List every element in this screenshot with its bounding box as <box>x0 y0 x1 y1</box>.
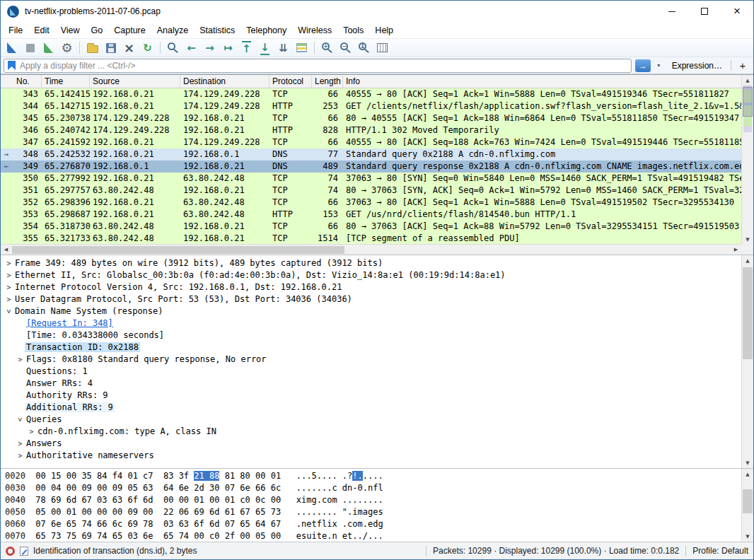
hex-row[interactable]: 0030 00 04 00 09 00 09 05 63 64 6e 2d 30… <box>5 482 753 494</box>
maximize-button[interactable] <box>688 1 721 22</box>
colorize-icon[interactable] <box>293 40 311 56</box>
title-bar[interactable]: tv-netflix-problems-2011-07-06.pcap × <box>1 1 753 22</box>
reload-icon[interactable]: ↻ <box>139 40 156 56</box>
scroll-left-icon[interactable]: ◀ <box>1 245 11 255</box>
apply-filter-button[interactable]: → <box>635 59 651 72</box>
column-header-length[interactable]: Length <box>312 75 343 88</box>
display-filter-input[interactable] <box>20 61 627 71</box>
resize-columns-icon[interactable] <box>373 40 391 56</box>
packet-row-355[interactable]: 35565.32173363.80.242.48192.168.0.21TCP1… <box>1 233 753 245</box>
packet-row-351[interactable]: 35165.29775763.80.242.48192.168.0.21TCP7… <box>1 185 753 197</box>
start-capture-icon[interactable] <box>3 40 21 56</box>
detail-line[interactable]: >Flags: 0x8180 Standard query response, … <box>1 354 753 366</box>
hex-row[interactable]: 0020 00 15 00 35 84 f4 01 c7 83 3f 21 88… <box>5 470 753 482</box>
packet-row-343[interactable]: 34365.142415192.168.0.21174.129.249.228T… <box>1 88 753 100</box>
detail-line[interactable]: >Answers <box>1 438 753 450</box>
menu-wireless[interactable]: Wireless <box>292 23 337 37</box>
column-header-source[interactable]: Source <box>90 75 180 88</box>
detail-line[interactable]: Transaction ID: 0x2188 <box>1 342 753 354</box>
expander-icon[interactable]: > <box>4 281 13 293</box>
status-profile[interactable]: Profile: Default <box>692 546 748 556</box>
zoom-original-icon[interactable]: 1 <box>355 40 373 56</box>
menu-file[interactable]: File <box>3 23 28 37</box>
scroll-track[interactable] <box>742 86 753 234</box>
packet-row-350[interactable]: 35065.277992192.168.0.2163.80.242.48TCP7… <box>1 173 753 185</box>
minimize-button[interactable] <box>656 1 688 22</box>
stop-capture-icon[interactable] <box>21 40 39 56</box>
scroll-track[interactable] <box>742 479 753 531</box>
expander-icon[interactable]: > <box>14 415 26 424</box>
details-vscrollbar[interactable]: ▲ ▼ <box>741 255 753 468</box>
detail-line[interactable]: Authority RRs: 9 <box>1 390 753 402</box>
column-header-protocol[interactable]: Protocol <box>269 75 312 88</box>
detail-line[interactable]: Answer RRs: 4 <box>1 378 753 390</box>
go-last-icon[interactable]: ↓ <box>256 40 274 56</box>
packet-row-349[interactable]: ←34965.276870192.168.0.1192.168.0.21DNS4… <box>1 161 753 173</box>
close-button[interactable]: × <box>721 1 753 22</box>
scroll-right-icon[interactable]: ▶ <box>731 245 741 255</box>
detail-line[interactable]: >Ethernet II, Src: Globalsc_00:3b:0a (f0… <box>1 269 753 281</box>
save-file-icon[interactable] <box>102 40 120 56</box>
scroll-down-icon[interactable]: ▼ <box>742 457 753 468</box>
menu-telephony[interactable]: Telephony <box>240 23 292 37</box>
scroll-down-icon[interactable]: ▼ <box>742 234 753 245</box>
scroll-thumb[interactable] <box>12 246 344 254</box>
scroll-thumb[interactable] <box>743 267 753 359</box>
capture-comment-icon[interactable] <box>20 547 28 556</box>
find-packet-icon[interactable] <box>164 40 182 56</box>
scroll-up-icon[interactable]: ▲ <box>742 75 753 86</box>
column-header-destination[interactable]: Destination <box>180 75 269 88</box>
expander-icon[interactable]: > <box>4 269 13 281</box>
detail-line[interactable]: Questions: 1 <box>1 366 753 378</box>
column-header-time[interactable]: Time <box>42 75 90 88</box>
menu-capture[interactable]: Capture <box>108 23 151 37</box>
hex-row[interactable]: 0050 05 00 01 00 00 00 09 00 22 06 69 6d… <box>5 506 753 518</box>
packet-row-353[interactable]: 35365.298687192.168.0.2163.80.242.48HTTP… <box>1 209 753 221</box>
expander-icon[interactable]: > <box>16 438 25 450</box>
column-header-no[interactable]: No. <box>1 75 42 88</box>
expander-icon[interactable]: > <box>16 354 25 366</box>
expert-info-icon[interactable] <box>6 547 15 556</box>
packet-row-354[interactable]: 35465.31873063.80.242.48192.168.0.21TCP6… <box>1 221 753 233</box>
scroll-down-icon[interactable]: ▼ <box>742 531 753 542</box>
detail-line[interactable]: >User Datagram Protocol, Src Port: 53 (5… <box>1 293 753 305</box>
expander-icon[interactable]: > <box>3 307 15 316</box>
detail-line[interactable]: [Time: 0.034338000 seconds] <box>1 329 753 342</box>
packet-row-352[interactable]: 35265.298396192.168.0.2163.80.242.48TCP6… <box>1 197 753 209</box>
display-filter-field[interactable] <box>4 59 632 73</box>
autoscroll-icon[interactable]: ⇊ <box>274 40 292 56</box>
menu-go[interactable]: Go <box>86 23 109 37</box>
restart-capture-icon[interactable] <box>40 40 57 56</box>
detail-line[interactable]: Additional RRs: 9 <box>1 402 753 414</box>
menu-help[interactable]: Help <box>369 23 399 37</box>
packet-row-348[interactable]: →34865.242532192.168.0.21192.168.0.1DNS7… <box>1 148 753 161</box>
expression-button[interactable]: Expression… <box>667 59 727 72</box>
add-filter-button[interactable]: + <box>735 59 750 73</box>
go-back-icon[interactable]: ← <box>182 40 200 56</box>
detail-line[interactable]: >Authoritative nameservers <box>1 450 753 462</box>
go-first-icon[interactable]: ↑ <box>238 40 255 56</box>
detail-line[interactable]: >Frame 349: 489 bytes on wire (3912 bits… <box>1 257 753 269</box>
scroll-up-icon[interactable]: ▲ <box>742 469 753 479</box>
expander-icon[interactable]: > <box>4 257 13 269</box>
menu-statistics[interactable]: Statistics <box>194 23 240 37</box>
packet-list-vscrollbar[interactable]: ▲ ▼ <box>741 75 753 245</box>
menu-edit[interactable]: Edit <box>28 23 55 37</box>
packet-row-346[interactable]: 34665.240742174.129.249.228192.168.0.21H… <box>1 124 753 136</box>
expander-icon[interactable]: > <box>27 426 36 438</box>
go-forward-icon[interactable]: → <box>201 40 219 56</box>
hex-row[interactable]: 0040 78 69 6d 67 03 63 6f 6d 00 00 01 00… <box>5 494 753 506</box>
menu-view[interactable]: View <box>55 23 86 37</box>
hex-vscrollbar[interactable]: ▲ ▼ <box>741 469 753 542</box>
hex-row[interactable]: 0070 65 73 75 69 74 65 03 6e 65 74 00 c0… <box>5 530 753 542</box>
expander-icon[interactable]: > <box>4 293 13 305</box>
packet-row-347[interactable]: 34765.241592192.168.0.21174.129.249.228T… <box>1 136 753 148</box>
detail-line[interactable]: >cdn-0.nflximg.com: type A, class IN <box>1 426 753 438</box>
zoom-in-icon[interactable]: + <box>318 40 336 56</box>
close-file-icon[interactable]: × <box>120 40 138 56</box>
scroll-thumb[interactable] <box>743 489 753 513</box>
packet-row-345[interactable]: 34565.230738174.129.249.228192.168.0.21T… <box>1 112 753 124</box>
packet-row-344[interactable]: 34465.142715192.168.0.21174.129.249.228H… <box>1 100 753 112</box>
detail-line[interactable]: >Domain Name System (response) <box>1 305 753 317</box>
scroll-track[interactable] <box>742 266 753 457</box>
